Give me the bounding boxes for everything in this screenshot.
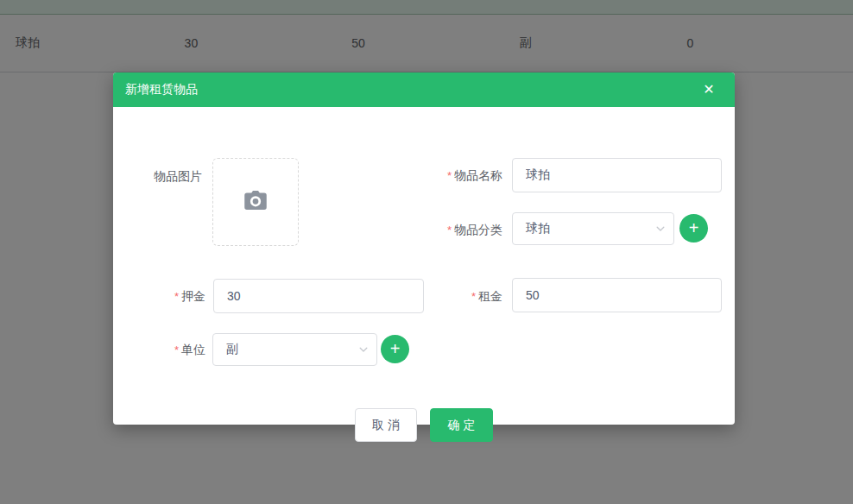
required-asterisk: * bbox=[174, 343, 179, 356]
add-category-button[interactable]: + bbox=[679, 214, 708, 243]
item-image-label: 物品图片 bbox=[113, 167, 202, 185]
camera-icon bbox=[243, 187, 269, 217]
dialog-title: 新增租赁物品 bbox=[113, 82, 198, 98]
selected-unit-value: 副 bbox=[226, 342, 238, 357]
image-upload-box[interactable] bbox=[212, 158, 299, 246]
unit-label: *单位 bbox=[113, 341, 205, 358]
add-unit-button[interactable]: + bbox=[381, 335, 409, 363]
unit-select[interactable]: 副 bbox=[212, 333, 377, 366]
dialog-header: 新增租赁物品 ✕ bbox=[113, 72, 735, 107]
chevron-down-icon bbox=[357, 343, 370, 356]
cancel-button[interactable]: 取 消 bbox=[355, 408, 417, 442]
required-asterisk: * bbox=[447, 169, 452, 182]
item-name-label: *物品名称 bbox=[416, 167, 502, 184]
dialog-body: 物品图片 *物品名称 *物品分类 球拍 bbox=[113, 107, 735, 425]
item-category-label: *物品分类 bbox=[416, 221, 502, 238]
confirm-button[interactable]: 确 定 bbox=[430, 408, 493, 442]
rent-input[interactable] bbox=[512, 278, 722, 312]
chevron-down-icon bbox=[654, 223, 667, 235]
deposit-label: *押金 bbox=[113, 287, 205, 305]
add-rental-item-dialog: 新增租赁物品 ✕ 物品图片 *物品名称 *物品分类 bbox=[113, 72, 735, 425]
page: 球拍 30 50 副 0 新增租赁物品 ✕ 物品图片 bbox=[0, 0, 853, 504]
required-asterisk: * bbox=[174, 290, 179, 303]
item-category-select[interactable]: 球拍 bbox=[512, 212, 674, 245]
item-name-input[interactable] bbox=[512, 158, 722, 192]
deposit-input[interactable] bbox=[213, 279, 424, 313]
close-icon[interactable]: ✕ bbox=[693, 72, 724, 107]
required-asterisk: * bbox=[447, 224, 452, 236]
selected-category-value: 球拍 bbox=[526, 221, 550, 236]
rent-label: *租金 bbox=[416, 287, 502, 305]
required-asterisk: * bbox=[471, 290, 476, 303]
